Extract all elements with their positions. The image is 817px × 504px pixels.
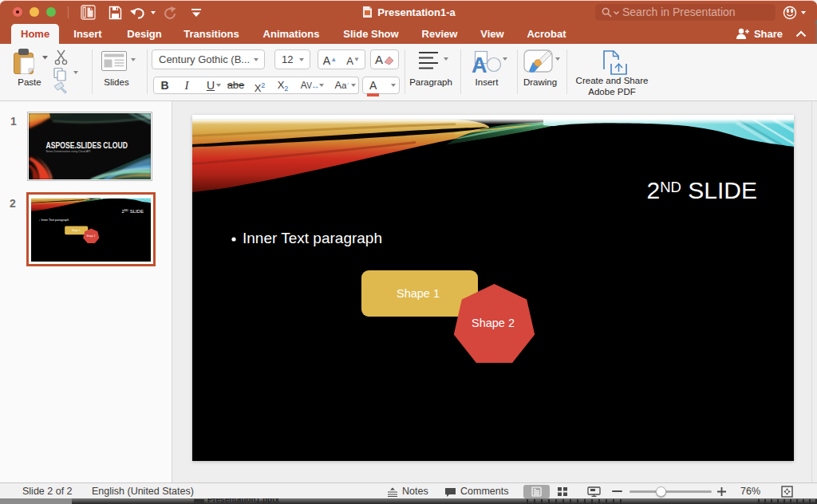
svg-text:ASPOSE.SLIDES CLOUD: ASPOSE.SLIDES CLOUD (46, 140, 128, 150)
svg-text:Notes Detemination using Cloud: Notes Detemination using Cloud API (46, 150, 91, 153)
svg-text:A: A (472, 53, 487, 75)
